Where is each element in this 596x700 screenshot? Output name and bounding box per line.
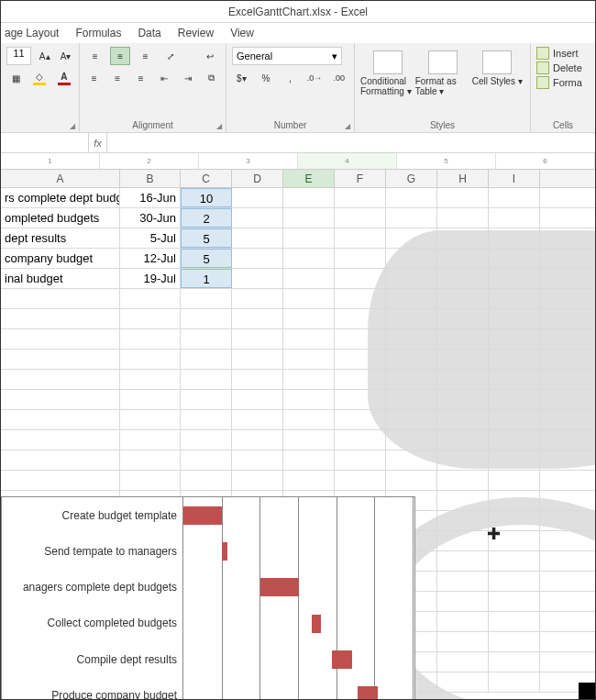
cell[interactable] — [386, 430, 437, 450]
format-as-table-button[interactable]: Format as Table ▾ — [415, 47, 470, 96]
gantt-bar[interactable] — [332, 650, 352, 669]
cell[interactable] — [335, 309, 386, 328]
align-bottom-icon[interactable]: ≡ — [136, 47, 155, 65]
cell[interactable] — [386, 390, 437, 409]
conditional-formatting-button[interactable]: Conditional Formatting ▾ — [360, 47, 415, 96]
align-center-icon[interactable]: ≡ — [109, 69, 127, 87]
cell[interactable]: 12-Jul — [120, 249, 181, 268]
cell[interactable] — [437, 390, 489, 409]
cell[interactable] — [232, 309, 283, 328]
cell[interactable] — [232, 410, 283, 429]
cell[interactable] — [232, 450, 283, 470]
gantt-bar[interactable] — [222, 542, 227, 561]
border-icon[interactable]: ▦ — [6, 69, 25, 87]
cell[interactable] — [1, 450, 120, 470]
cell[interactable] — [335, 249, 386, 268]
cell[interactable] — [437, 551, 489, 571]
cell[interactable] — [1, 329, 120, 349]
cell[interactable] — [181, 289, 232, 308]
cell[interactable] — [181, 329, 232, 349]
cell[interactable] — [283, 329, 335, 349]
delete-cells-button[interactable]: Delete — [536, 61, 590, 74]
cell[interactable] — [489, 551, 540, 571]
cell[interactable] — [232, 188, 283, 207]
cell[interactable] — [386, 249, 437, 268]
cell[interactable] — [283, 249, 335, 268]
cell[interactable] — [335, 370, 386, 389]
cell[interactable] — [335, 410, 386, 429]
cell[interactable] — [437, 410, 489, 429]
number-dialog-launcher-icon[interactable]: ◢ — [345, 122, 350, 130]
col-header-E[interactable]: E — [283, 170, 335, 187]
cell[interactable] — [120, 350, 181, 369]
cell[interactable] — [437, 228, 489, 248]
align-right-icon[interactable]: ≡ — [132, 69, 150, 87]
cell[interactable] — [232, 329, 283, 349]
name-box[interactable] — [1, 133, 89, 152]
cell[interactable] — [181, 471, 232, 490]
cell[interactable] — [437, 572, 489, 591]
cell[interactable] — [283, 390, 335, 409]
cell[interactable] — [283, 430, 335, 450]
cell[interactable] — [489, 652, 540, 672]
column-headers[interactable]: ABCDEFGHI — [1, 170, 595, 188]
align-top-icon[interactable]: ≡ — [85, 47, 105, 65]
cell[interactable] — [1, 430, 120, 450]
cell[interactable] — [232, 430, 283, 450]
tab-pagelayout[interactable]: age Layout — [5, 23, 59, 43]
cell[interactable] — [120, 309, 181, 328]
cell[interactable] — [232, 289, 283, 308]
cell[interactable] — [386, 289, 437, 308]
cell[interactable] — [437, 350, 489, 369]
cell[interactable] — [489, 228, 540, 248]
cell[interactable] — [437, 652, 489, 672]
col-header-A[interactable]: A — [1, 170, 120, 187]
cell[interactable]: ompleted budgets — [1, 208, 120, 228]
cell[interactable] — [437, 430, 489, 450]
cell[interactable] — [386, 350, 437, 369]
cell[interactable] — [386, 410, 437, 429]
gantt-bar[interactable] — [358, 686, 378, 700]
cell[interactable] — [386, 309, 437, 328]
cell[interactable] — [181, 370, 232, 389]
cell[interactable] — [386, 329, 437, 349]
orientation-icon[interactable]: ⤢ — [160, 47, 180, 65]
cell[interactable] — [335, 208, 386, 228]
col-header-C[interactable]: C — [181, 170, 232, 187]
wrap-text-icon[interactable]: ↩ — [201, 47, 220, 65]
align-middle-icon[interactable]: ≡ — [110, 47, 129, 65]
cell[interactable]: 19-Jul — [120, 269, 181, 288]
cell[interactable] — [437, 188, 489, 207]
cell[interactable] — [489, 592, 540, 611]
cell[interactable] — [232, 370, 283, 389]
cell[interactable] — [232, 228, 283, 248]
cell[interactable]: 5 — [181, 249, 232, 268]
embedded-gantt-chart[interactable]: Create budget templateSend tempate to ma… — [1, 496, 415, 700]
cell[interactable] — [437, 632, 489, 651]
cell[interactable] — [489, 410, 540, 429]
cell[interactable] — [120, 370, 181, 389]
cell[interactable] — [1, 350, 120, 369]
cell[interactable] — [283, 370, 335, 389]
cell[interactable] — [489, 269, 540, 288]
cell[interactable] — [489, 572, 540, 591]
cell[interactable] — [1, 471, 120, 490]
cell[interactable]: 5-Jul — [120, 228, 181, 248]
fill-color-icon[interactable]: ◇ — [30, 69, 49, 87]
cell[interactable] — [120, 289, 181, 308]
cell[interactable] — [489, 672, 540, 692]
cell[interactable] — [283, 450, 335, 470]
cell[interactable] — [489, 511, 540, 530]
cell[interactable] — [437, 511, 489, 530]
cell[interactable] — [120, 329, 181, 349]
comma-format-icon[interactable]: , — [281, 69, 300, 87]
cell[interactable] — [489, 390, 540, 409]
col-header-D[interactable]: D — [232, 170, 283, 187]
cell[interactable] — [437, 612, 489, 631]
decrease-indent-icon[interactable]: ⇤ — [156, 69, 174, 87]
font-dialog-launcher-icon[interactable]: ◢ — [70, 122, 75, 130]
cell[interactable] — [283, 269, 335, 288]
cell[interactable] — [386, 471, 437, 490]
cell[interactable] — [120, 430, 181, 450]
cell[interactable] — [181, 430, 232, 450]
